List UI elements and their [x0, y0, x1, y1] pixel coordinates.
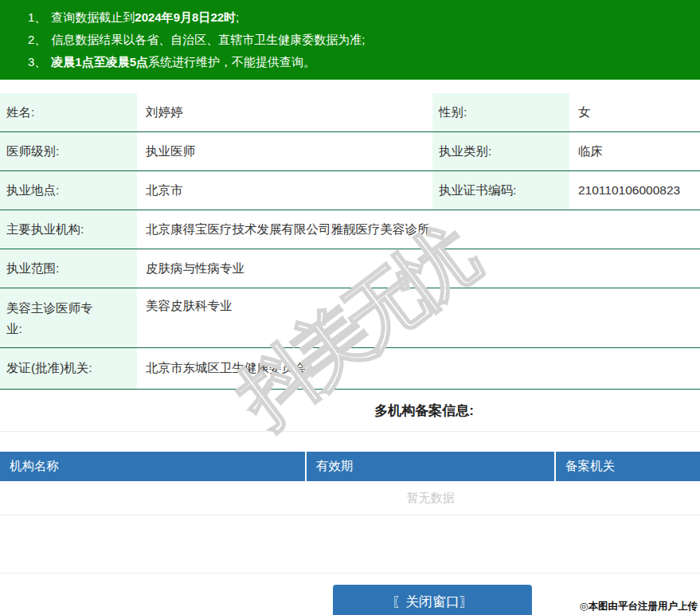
notice-line-1: 1、查询数据截止到2024年9月8日22时;	[28, 6, 692, 29]
field-value-cosmetic-specialty: 美容皮肤科专业	[137, 288, 700, 347]
field-label-practice-location: 执业地点:	[0, 171, 137, 210]
field-value-practice-scope: 皮肤病与性病专业	[137, 249, 700, 288]
field-label-gender: 性别:	[432, 93, 569, 131]
label-text: 医师级别:	[6, 143, 59, 160]
notice-number: 3、	[28, 55, 46, 69]
multi-org-section-header: 多机构备案信息:	[0, 390, 700, 432]
notice-text: 信息数据结果以各省、自治区、直辖市卫生健康委数据为准;	[51, 33, 365, 46]
table-row: 发证(批准)机关: 北京市东城区卫生健康委员会	[0, 348, 700, 390]
table-row: 执业地点: 北京市 执业证书编码: 210110106000823	[0, 171, 700, 210]
table-row: 主要执业机构: 北京康得宝医疗技术发展有限公司雅靓医疗美容诊所	[0, 210, 700, 249]
table-row: 姓名: 刘婷婷 性别: 女	[0, 93, 700, 132]
field-value-practice-location: 北京市	[137, 171, 432, 210]
registration-table-header: 机构名称 有效期 备案机关	[0, 452, 700, 481]
label-text: 执业证书编码:	[439, 182, 516, 199]
field-value-practice-category: 临床	[569, 132, 700, 170]
column-header-validity-period: 有效期	[307, 452, 556, 481]
field-label-main-institution: 主要执业机构:	[0, 210, 137, 249]
label-text: 姓名:	[6, 104, 34, 121]
notice-text: 系统进行维护，不能提供查询。	[148, 55, 315, 69]
notice-number: 2、	[28, 33, 46, 46]
notice-bold-text: 凌晨1点至凌晨5点	[51, 55, 148, 69]
label-text: 性别:	[439, 104, 467, 121]
field-value-doctor-level: 执业医师	[137, 132, 432, 170]
notice-line-2: 2、信息数据结果以各省、自治区、直辖市卫生健康委数据为准;	[28, 29, 692, 51]
no-data-text: 暂无数据	[407, 491, 455, 506]
label-text: 执业类别:	[439, 143, 491, 160]
field-label-issuing-authority: 发证(批准)机关:	[0, 348, 137, 389]
field-label-certificate-number: 执业证书编码:	[432, 171, 569, 210]
notice-bold-text: 2024年9月8日22时	[135, 10, 236, 24]
field-value-gender: 女	[569, 93, 700, 131]
column-header-institution-name: 机构名称	[0, 452, 307, 481]
close-window-button[interactable]: 〖关闭窗口〗	[333, 585, 532, 615]
table-row: 医师级别: 执业医师 执业类别: 临床	[0, 132, 700, 171]
field-label-doctor-level: 医师级别:	[0, 132, 137, 170]
notice-banner: 1、查询数据截止到2024年9月8日22时; 2、信息数据结果以各省、自治区、直…	[0, 0, 700, 80]
field-label-practice-scope: 执业范围:	[0, 249, 137, 288]
spacer	[0, 515, 700, 574]
field-value-name: 刘婷婷	[137, 93, 432, 131]
field-value-main-institution: 北京康得宝医疗技术发展有限公司雅靓医疗美容诊所	[137, 210, 700, 249]
upload-disclaimer-text: ◎本图由平台注册用户上传	[580, 600, 698, 613]
field-value-certificate-number: 210110106000823	[569, 171, 700, 210]
table-row: 执业范围: 皮肤病与性病专业	[0, 249, 700, 288]
label-text: 执业范围:	[6, 260, 59, 277]
label-text: 发证(批准)机关:	[6, 360, 92, 377]
notice-line-3: 3、凌晨1点至凌晨5点系统进行维护，不能提供查询。	[28, 51, 692, 73]
table-row: 美容主诊医师专业: 美容皮肤科专业	[0, 288, 700, 348]
field-label-name: 姓名:	[0, 93, 137, 131]
column-header-registration-authority: 备案机关	[556, 452, 700, 481]
notice-text: ;	[236, 10, 239, 24]
label-text: 美容主诊医师专业:	[6, 298, 107, 339]
notice-text: 查询数据截止到	[51, 10, 135, 24]
query-result-page: 1、查询数据截止到2024年9月8日22时; 2、信息数据结果以各省、自治区、直…	[0, 0, 700, 615]
label-text: 执业地点:	[6, 182, 59, 199]
field-value-issuing-authority: 北京市东城区卫生健康委员会	[137, 348, 700, 389]
registration-table-empty-row: 暂无数据	[0, 481, 700, 515]
practitioner-info-table: 姓名: 刘婷婷 性别: 女 医师级别: 执业医师 执业类别: 临床 执业地点: …	[0, 93, 700, 390]
label-text: 主要执业机构:	[6, 221, 84, 238]
field-label-cosmetic-specialty: 美容主诊医师专业:	[0, 288, 137, 347]
spacer	[0, 432, 700, 452]
notice-number: 1、	[28, 10, 46, 24]
section-title: 多机构备案信息:	[374, 402, 474, 420]
field-label-practice-category: 执业类别:	[432, 132, 569, 170]
